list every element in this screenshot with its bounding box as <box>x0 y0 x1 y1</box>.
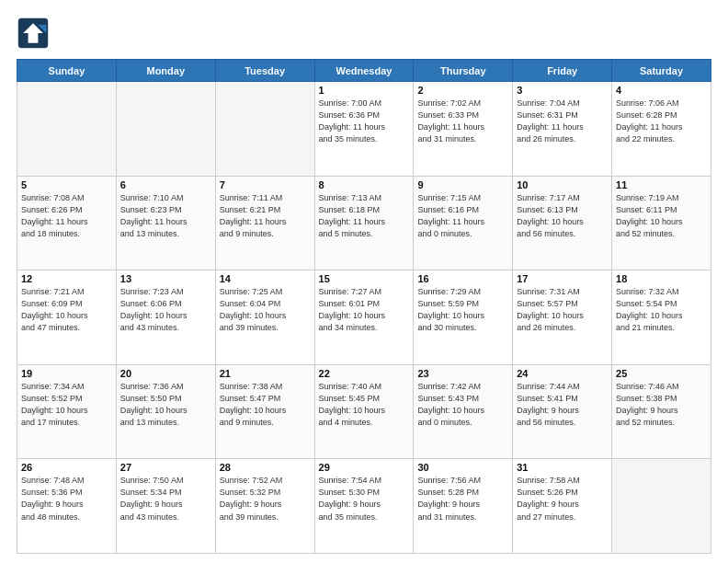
day-cell: 26Sunrise: 7:48 AM Sunset: 5:36 PM Dayli… <box>17 459 117 554</box>
day-cell: 14Sunrise: 7:25 AM Sunset: 6:04 PM Dayli… <box>215 270 314 365</box>
day-info: Sunrise: 7:25 AM Sunset: 6:04 PM Dayligh… <box>220 286 311 334</box>
day-info: Sunrise: 7:29 AM Sunset: 5:59 PM Dayligh… <box>417 286 508 334</box>
day-cell: 17Sunrise: 7:31 AM Sunset: 5:57 PM Dayli… <box>513 270 612 365</box>
day-number: 9 <box>417 179 508 190</box>
day-info: Sunrise: 7:56 AM Sunset: 5:28 PM Dayligh… <box>417 475 508 523</box>
day-number: 27 <box>120 462 211 473</box>
day-number: 31 <box>517 462 608 473</box>
day-cell: 18Sunrise: 7:32 AM Sunset: 5:54 PM Dayli… <box>612 270 711 365</box>
day-number: 8 <box>319 179 410 190</box>
day-info: Sunrise: 7:42 AM Sunset: 5:43 PM Dayligh… <box>417 381 508 429</box>
day-number: 2 <box>417 85 508 96</box>
day-info: Sunrise: 7:50 AM Sunset: 5:34 PM Dayligh… <box>120 475 211 523</box>
day-number: 22 <box>319 368 410 379</box>
logo <box>17 17 53 50</box>
day-info: Sunrise: 7:27 AM Sunset: 6:01 PM Dayligh… <box>319 286 410 334</box>
day-number: 19 <box>21 368 112 379</box>
day-info: Sunrise: 7:23 AM Sunset: 6:06 PM Dayligh… <box>120 286 211 334</box>
day-cell: 19Sunrise: 7:34 AM Sunset: 5:52 PM Dayli… <box>17 364 117 459</box>
day-cell: 13Sunrise: 7:23 AM Sunset: 6:06 PM Dayli… <box>116 270 215 365</box>
weekday-header-tuesday: Tuesday <box>215 60 314 82</box>
day-number: 6 <box>120 179 211 190</box>
week-row-1: 5Sunrise: 7:08 AM Sunset: 6:26 PM Daylig… <box>17 176 711 270</box>
day-info: Sunrise: 7:40 AM Sunset: 5:45 PM Dayligh… <box>319 381 410 429</box>
day-number: 30 <box>417 462 508 473</box>
day-number: 20 <box>120 368 211 379</box>
day-info: Sunrise: 7:48 AM Sunset: 5:36 PM Dayligh… <box>21 475 112 523</box>
day-number: 12 <box>21 273 112 284</box>
weekday-header-wednesday: Wednesday <box>314 60 414 82</box>
day-number: 28 <box>220 462 311 473</box>
week-row-4: 26Sunrise: 7:48 AM Sunset: 5:36 PM Dayli… <box>17 459 711 554</box>
day-number: 29 <box>319 462 410 473</box>
day-info: Sunrise: 7:17 AM Sunset: 6:13 PM Dayligh… <box>517 192 608 240</box>
day-info: Sunrise: 7:08 AM Sunset: 6:26 PM Dayligh… <box>21 192 112 240</box>
day-number: 16 <box>417 273 508 284</box>
week-row-2: 12Sunrise: 7:21 AM Sunset: 6:09 PM Dayli… <box>17 270 711 365</box>
day-cell: 1Sunrise: 7:00 AM Sunset: 6:36 PM Daylig… <box>314 82 414 177</box>
day-number: 14 <box>220 273 311 284</box>
day-number: 18 <box>616 273 707 284</box>
week-row-0: 1Sunrise: 7:00 AM Sunset: 6:36 PM Daylig… <box>17 82 711 177</box>
day-cell: 5Sunrise: 7:08 AM Sunset: 6:26 PM Daylig… <box>17 176 117 270</box>
day-number: 26 <box>21 462 112 473</box>
day-info: Sunrise: 7:21 AM Sunset: 6:09 PM Dayligh… <box>21 286 112 334</box>
day-info: Sunrise: 7:15 AM Sunset: 6:16 PM Dayligh… <box>417 192 508 240</box>
day-number: 17 <box>517 273 608 284</box>
day-info: Sunrise: 7:00 AM Sunset: 6:36 PM Dayligh… <box>319 98 410 145</box>
day-cell: 2Sunrise: 7:02 AM Sunset: 6:33 PM Daylig… <box>414 82 513 177</box>
day-cell: 6Sunrise: 7:10 AM Sunset: 6:23 PM Daylig… <box>116 176 215 270</box>
day-number: 5 <box>21 179 112 190</box>
day-cell: 8Sunrise: 7:13 AM Sunset: 6:18 PM Daylig… <box>314 176 414 270</box>
day-info: Sunrise: 7:31 AM Sunset: 5:57 PM Dayligh… <box>517 286 608 334</box>
day-cell: 3Sunrise: 7:04 AM Sunset: 6:31 PM Daylig… <box>513 82 612 177</box>
logo-icon <box>17 17 50 50</box>
day-cell: 21Sunrise: 7:38 AM Sunset: 5:47 PM Dayli… <box>215 364 314 459</box>
day-number: 21 <box>220 368 311 379</box>
day-number: 23 <box>417 368 508 379</box>
day-cell: 29Sunrise: 7:54 AM Sunset: 5:30 PM Dayli… <box>314 459 414 554</box>
day-cell: 23Sunrise: 7:42 AM Sunset: 5:43 PM Dayli… <box>414 364 513 459</box>
day-info: Sunrise: 7:11 AM Sunset: 6:21 PM Dayligh… <box>220 192 311 240</box>
day-info: Sunrise: 7:52 AM Sunset: 5:32 PM Dayligh… <box>220 475 311 523</box>
day-cell: 24Sunrise: 7:44 AM Sunset: 5:41 PM Dayli… <box>513 364 612 459</box>
weekday-header-thursday: Thursday <box>414 60 513 82</box>
day-info: Sunrise: 7:34 AM Sunset: 5:52 PM Dayligh… <box>21 381 112 429</box>
weekday-header-row: SundayMondayTuesdayWednesdayThursdayFrid… <box>17 60 711 82</box>
day-cell: 16Sunrise: 7:29 AM Sunset: 5:59 PM Dayli… <box>414 270 513 365</box>
day-cell <box>215 82 314 177</box>
day-info: Sunrise: 7:13 AM Sunset: 6:18 PM Dayligh… <box>319 192 410 240</box>
day-cell: 27Sunrise: 7:50 AM Sunset: 5:34 PM Dayli… <box>116 459 215 554</box>
header <box>17 17 711 50</box>
day-cell: 30Sunrise: 7:56 AM Sunset: 5:28 PM Dayli… <box>414 459 513 554</box>
day-cell: 7Sunrise: 7:11 AM Sunset: 6:21 PM Daylig… <box>215 176 314 270</box>
calendar-page: SundayMondayTuesdayWednesdayThursdayFrid… <box>0 0 728 563</box>
day-number: 15 <box>319 273 410 284</box>
day-info: Sunrise: 7:46 AM Sunset: 5:38 PM Dayligh… <box>616 381 707 429</box>
day-info: Sunrise: 7:54 AM Sunset: 5:30 PM Dayligh… <box>319 475 410 523</box>
day-cell: 25Sunrise: 7:46 AM Sunset: 5:38 PM Dayli… <box>612 364 711 459</box>
weekday-header-friday: Friday <box>513 60 612 82</box>
day-info: Sunrise: 7:10 AM Sunset: 6:23 PM Dayligh… <box>120 192 211 240</box>
weekday-header-monday: Monday <box>116 60 215 82</box>
day-number: 4 <box>616 85 707 96</box>
day-number: 3 <box>517 85 608 96</box>
day-info: Sunrise: 7:36 AM Sunset: 5:50 PM Dayligh… <box>120 381 211 429</box>
week-row-3: 19Sunrise: 7:34 AM Sunset: 5:52 PM Dayli… <box>17 364 711 459</box>
day-info: Sunrise: 7:44 AM Sunset: 5:41 PM Dayligh… <box>517 381 608 429</box>
weekday-header-saturday: Saturday <box>612 60 711 82</box>
calendar-table: SundayMondayTuesdayWednesdayThursdayFrid… <box>17 59 711 554</box>
day-number: 11 <box>616 179 707 190</box>
day-info: Sunrise: 7:32 AM Sunset: 5:54 PM Dayligh… <box>616 286 707 334</box>
day-info: Sunrise: 7:38 AM Sunset: 5:47 PM Dayligh… <box>220 381 311 429</box>
day-number: 1 <box>319 85 410 96</box>
day-number: 10 <box>517 179 608 190</box>
day-cell: 28Sunrise: 7:52 AM Sunset: 5:32 PM Dayli… <box>215 459 314 554</box>
day-cell: 4Sunrise: 7:06 AM Sunset: 6:28 PM Daylig… <box>612 82 711 177</box>
day-info: Sunrise: 7:19 AM Sunset: 6:11 PM Dayligh… <box>616 192 707 240</box>
day-cell: 11Sunrise: 7:19 AM Sunset: 6:11 PM Dayli… <box>612 176 711 270</box>
day-cell <box>612 459 711 554</box>
day-number: 25 <box>616 368 707 379</box>
day-cell: 12Sunrise: 7:21 AM Sunset: 6:09 PM Dayli… <box>17 270 117 365</box>
day-info: Sunrise: 7:06 AM Sunset: 6:28 PM Dayligh… <box>616 98 707 145</box>
